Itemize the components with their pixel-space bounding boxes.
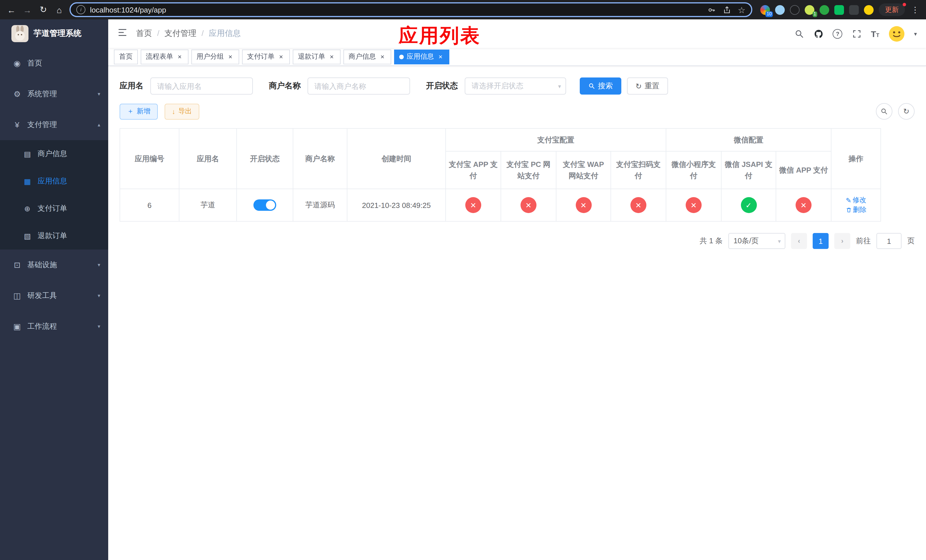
col-alipay-wap: 支付宝 WAP 网站支付 [556, 151, 611, 189]
sidebar-item-workflow[interactable]: ▣ 工作流程 ▾ [0, 311, 108, 342]
tab-home[interactable]: 首页 [114, 49, 138, 64]
col-created: 创建时间 [347, 129, 446, 189]
site-info-icon[interactable]: i [76, 5, 85, 14]
tab-user-group[interactable]: 用户分组 [191, 49, 239, 64]
next-page-button[interactable]: › [834, 233, 850, 249]
chevron-down-icon: ▾ [98, 293, 100, 298]
tab-process-form[interactable]: 流程表单 [141, 49, 189, 64]
sidebar-item-payment[interactable]: ¥ 支付管理 ▴ [0, 109, 108, 140]
alipay-app-status-icon: ✕ [465, 197, 481, 213]
close-tab-icon[interactable] [277, 53, 285, 61]
avatar-caret-icon[interactable]: ▾ [914, 30, 917, 37]
reload-icon[interactable]: ↻ [38, 4, 49, 15]
app-logo-row[interactable]: 芋道管理系统 [0, 20, 108, 48]
chevron-down-icon: ▾ [98, 262, 100, 268]
extension-icon-wechat[interactable] [834, 5, 844, 15]
col-wx-mini: 微信小程序支付 [666, 151, 721, 189]
browser-update-button[interactable]: 更新 [879, 3, 905, 16]
reset-button[interactable]: ↻ 重置 [627, 77, 668, 95]
sidebar-item-app-info[interactable]: ▦ 应用信息 [0, 168, 108, 195]
extensions-icon[interactable]: 10 [760, 5, 770, 15]
app-title: 芋道管理系统 [33, 29, 82, 39]
user-avatar[interactable] [888, 25, 905, 42]
close-tab-icon[interactable] [176, 53, 183, 61]
search-icon [588, 83, 595, 89]
table-row: 6 芋道 芋道源码 2021-10-23 08:49:25 ✕ ✕ ✕ ✕ ✕ … [120, 189, 881, 221]
key-icon[interactable] [707, 5, 716, 14]
dashboard-icon: ◉ [12, 59, 22, 68]
extension-icon-green[interactable] [820, 5, 829, 15]
alipay-pc-status-icon: ✕ [520, 197, 536, 213]
close-tab-icon[interactable] [437, 53, 444, 61]
extension-icon-dark[interactable] [790, 5, 800, 15]
gear-icon: ⚙ [12, 89, 22, 98]
sidebar-item-merchant-info[interactable]: ▤ 商户信息 [0, 140, 108, 168]
col-group-alipay: 支付宝配置 [446, 129, 666, 151]
close-tab-icon[interactable] [227, 53, 234, 61]
breadcrumb-home[interactable]: 首页 [136, 29, 152, 39]
sidebar-item-home[interactable]: ◉ 首页 [0, 48, 108, 79]
breadcrumb-payment[interactable]: 支付管理 [152, 29, 197, 39]
close-tab-icon[interactable] [379, 53, 386, 61]
back-icon[interactable]: ← [6, 4, 17, 15]
cell-created: 2021-10-23 08:49:25 [347, 189, 446, 221]
col-app-name: 应用名 [179, 129, 237, 189]
col-merchant: 商户名称 [293, 129, 347, 189]
font-size-icon[interactable]: TT [871, 29, 879, 38]
status-select[interactable]: 请选择开启状态 ▾ [465, 77, 566, 95]
export-button[interactable]: ↓ 导出 [165, 103, 199, 120]
extension-icon-darksq[interactable] [849, 5, 859, 15]
browser-extensions: 10 1 更新 ⋮ [757, 3, 920, 16]
prev-page-button[interactable]: ‹ [791, 233, 807, 249]
search-button[interactable]: 搜索 [580, 77, 621, 95]
tab-merchant-info[interactable]: 商户信息 [343, 49, 391, 64]
page-size-select[interactable]: 10条/页 ▾ [728, 233, 785, 249]
total-count: 共 1 条 [700, 236, 723, 246]
page-unit-label: 页 [907, 236, 915, 246]
sidebar-item-devtools[interactable]: ◫ 研发工具 ▾ [0, 280, 108, 311]
refresh-table-button[interactable]: ↻ [898, 103, 915, 120]
breadcrumb-current: 应用信息 [197, 29, 241, 39]
browser-menu-icon[interactable]: ⋮ [910, 5, 920, 14]
url-bar[interactable]: i localhost:1024/pay/app ☆ [70, 2, 752, 17]
tab-refund-orders[interactable]: 退款订单 [293, 49, 340, 64]
delete-link[interactable]: 删除 [846, 205, 867, 215]
search-icon[interactable] [794, 29, 804, 39]
home-icon[interactable]: ⌂ [53, 4, 65, 15]
wx-app-status-icon: ✕ [796, 197, 811, 213]
forward-icon[interactable]: → [22, 4, 33, 15]
close-tab-icon[interactable] [328, 53, 336, 61]
tab-app-info[interactable]: 应用信息 [394, 49, 449, 64]
toggle-search-button[interactable] [876, 103, 893, 120]
fullscreen-icon[interactable] [852, 29, 862, 39]
github-icon[interactable] [814, 29, 824, 39]
sidebar-item-refund-orders[interactable]: ▧ 退款订单 [0, 222, 108, 250]
toolbox-icon: ◫ [12, 291, 22, 300]
bookmark-star-icon[interactable]: ☆ [738, 5, 746, 14]
sidebar-item-infra[interactable]: ⊡ 基础设施 ▾ [0, 250, 108, 280]
extension-icon-blue[interactable] [775, 5, 785, 15]
merchant-name-label: 商户名称 [269, 81, 301, 91]
extension-badge: 10 [766, 11, 773, 17]
yen-icon: ¥ [12, 120, 22, 129]
filter-form: 应用名 商户名称 开启状态 请选择开启状态 ▾ 搜索 ↻ 重置 [120, 77, 915, 95]
goto-page-input[interactable] [876, 233, 902, 249]
payment-submenu: ▤ 商户信息 ▦ 应用信息 ⊕ 支付订单 ▧ 退款订单 [0, 140, 108, 250]
extension-icon-face[interactable] [864, 5, 874, 15]
tab-pay-orders[interactable]: 支付订单 [242, 49, 290, 64]
sidebar: 芋道管理系统 ◉ 首页 ⚙ 系统管理 ▾ ¥ 支付管理 ▴ ▤ 商户信息 ▦ 应… [0, 20, 108, 560]
add-button[interactable]: ＋ 新增 [120, 103, 158, 120]
cell-ops: ✎修改 删除 [831, 189, 881, 221]
sidebar-item-system[interactable]: ⚙ 系统管理 ▾ [0, 79, 108, 109]
edit-link[interactable]: ✎修改 [846, 195, 866, 205]
page-number[interactable]: 1 [813, 233, 829, 249]
share-icon[interactable] [722, 5, 731, 14]
status-switch[interactable] [253, 200, 276, 211]
chevron-down-icon: ▾ [98, 324, 100, 329]
hamburger-icon[interactable] [117, 27, 127, 40]
merchant-name-input[interactable] [307, 77, 410, 95]
app-name-input[interactable] [150, 77, 253, 95]
extension-icon-lime[interactable]: 1 [805, 5, 814, 15]
help-icon[interactable]: ? [833, 29, 843, 38]
sidebar-item-pay-orders[interactable]: ⊕ 支付订单 [0, 195, 108, 222]
